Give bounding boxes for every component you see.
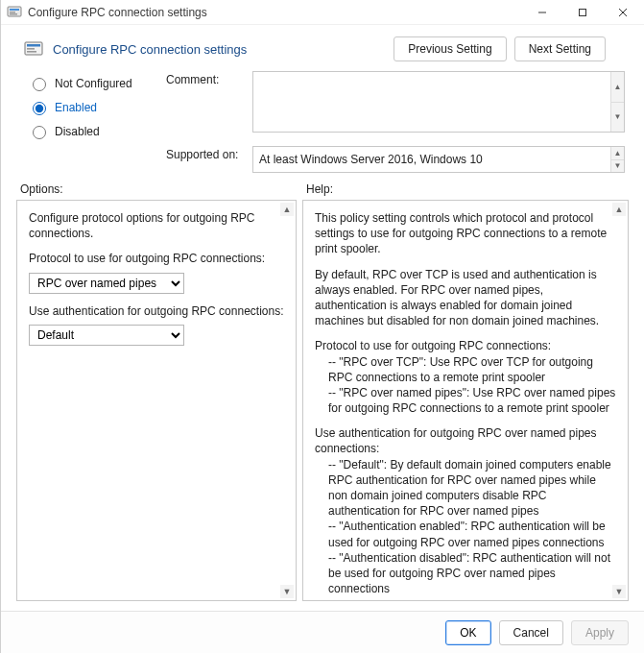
radio-disabled[interactable]: Disabled	[28, 123, 143, 139]
previous-setting-button[interactable]: Previous Setting	[394, 36, 506, 61]
header: Configure RPC connection settings Previo…	[1, 25, 644, 67]
help-p4a: -- "Default": By default domain joined c…	[315, 457, 616, 520]
titlebar: Configure RPC connection settings	[1, 0, 644, 25]
radio-not-configured-input[interactable]	[33, 78, 46, 91]
help-p4: Use authentication for outgoing RPC over…	[315, 425, 616, 456]
options-pane: ▲ Configure protocol options for outgoin…	[16, 200, 297, 601]
help-p2: By default, RPC over TCP is used and aut…	[315, 267, 616, 329]
radio-enabled-input[interactable]	[33, 102, 46, 115]
protocol-select[interactable]: RPC over named pipes	[29, 273, 184, 294]
window-title: Configure RPC connection settings	[28, 6, 519, 19]
radio-not-configured-label: Not Configured	[55, 77, 132, 90]
state-area: Not Configured Enabled Disabled Comment:…	[1, 67, 644, 177]
state-radios: Not Configured Enabled Disabled	[28, 71, 143, 173]
supported-on-value: At least Windows Server 2016, Windows 10	[259, 153, 483, 166]
radio-disabled-input[interactable]	[33, 126, 46, 139]
ok-button[interactable]: OK	[445, 620, 490, 645]
options-scroll-down[interactable]: ▼	[280, 585, 294, 598]
comment-label: Comment:	[166, 71, 243, 86]
svg-rect-1	[10, 9, 19, 11]
apply-button: Apply	[571, 620, 629, 645]
policy-icon	[24, 39, 43, 59]
options-heading: Options:	[20, 182, 306, 196]
radio-enabled[interactable]: Enabled	[28, 99, 143, 115]
help-p3b: -- "RPC over named pipes": Use RPC over …	[315, 385, 616, 416]
next-setting-button[interactable]: Next Setting	[514, 36, 606, 61]
options-intro: Configure protocol options for outgoing …	[29, 210, 284, 241]
minimize-button[interactable]	[525, 1, 560, 24]
options-scroll-up[interactable]: ▲	[280, 203, 294, 216]
maximize-button[interactable]	[565, 1, 600, 24]
help-p3a: -- "RPC over TCP": Use RPC over TCP for …	[315, 354, 616, 385]
svg-rect-10	[27, 48, 35, 50]
app-icon	[7, 5, 22, 20]
supported-on-field: At least Windows Server 2016, Windows 10…	[252, 146, 625, 173]
close-button[interactable]	[606, 1, 640, 24]
help-pane: ▲ This policy setting controls which pro…	[302, 200, 629, 601]
svg-rect-5	[580, 9, 586, 15]
help-p3: Protocol to use for outgoing RPC connect…	[315, 338, 616, 353]
radio-disabled-label: Disabled	[55, 125, 100, 138]
help-heading: Help:	[306, 182, 333, 196]
section-labels: Options: Help:	[1, 177, 644, 200]
help-scroll-down[interactable]: ▼	[612, 585, 626, 598]
supported-label: Supported on:	[166, 146, 243, 161]
page-title: Configure RPC connection settings	[53, 42, 247, 57]
panes: ▲ Configure protocol options for outgoin…	[1, 200, 644, 611]
radio-enabled-label: Enabled	[55, 101, 97, 114]
footer: OK Cancel Apply	[1, 611, 644, 653]
supported-scroll[interactable]: ▲▼	[610, 147, 624, 172]
svg-rect-3	[10, 13, 17, 15]
dialog-window: Configure RPC connection settings Config…	[0, 0, 644, 653]
svg-rect-11	[27, 51, 36, 53]
help-p4c: -- "Authentication disabled": RPC authen…	[315, 550, 616, 597]
comment-input[interactable]: ▲▼	[252, 71, 625, 133]
help-p4b: -- "Authentication enabled": RPC authent…	[315, 519, 616, 549]
protocol-label: Protocol to use for outgoing RPC connect…	[29, 251, 284, 266]
auth-select[interactable]: Default	[29, 325, 184, 346]
svg-rect-2	[10, 12, 15, 13]
help-scroll-up[interactable]: ▲	[612, 203, 626, 216]
svg-rect-9	[27, 44, 40, 47]
auth-label: Use authentication for outgoing RPC conn…	[29, 303, 284, 319]
radio-not-configured[interactable]: Not Configured	[28, 75, 143, 91]
help-p1: This policy setting controls which proto…	[315, 210, 616, 257]
cancel-button[interactable]: Cancel	[499, 620, 563, 645]
help-text: This policy setting controls which proto…	[303, 201, 628, 600]
comment-scroll[interactable]: ▲▼	[610, 72, 624, 132]
